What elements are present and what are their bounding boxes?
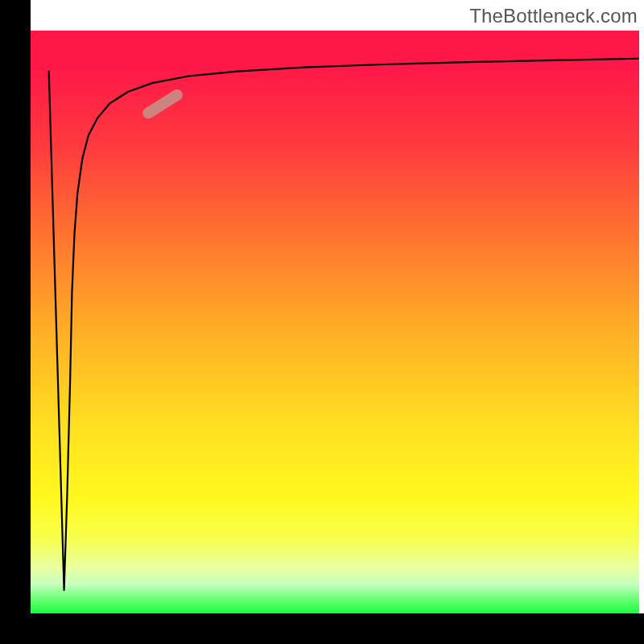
highlight-pill — [141, 87, 185, 121]
plot-area — [31, 31, 639, 613]
y-axis-bar — [0, 0, 31, 613]
bottleneck-curve-path — [49, 59, 639, 590]
x-axis-bar — [0, 613, 644, 644]
curve-layer — [31, 31, 639, 613]
chart-stage: TheBottleneck.com — [0, 0, 644, 644]
watermark-text: TheBottleneck.com — [469, 5, 638, 27]
highlight-pill-rect — [141, 87, 185, 121]
